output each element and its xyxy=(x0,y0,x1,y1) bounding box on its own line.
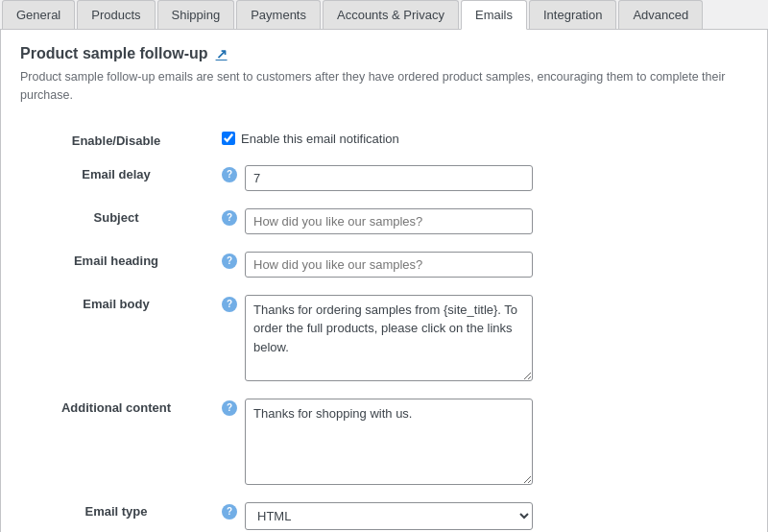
email-heading-help-icon[interactable]: ? xyxy=(222,254,237,269)
additional-content-field-row: ? Thanks for shopping with us. xyxy=(222,399,738,485)
settings-form: Enable/Disable Enable this email notific… xyxy=(20,122,748,533)
additional-content-textarea[interactable]: Thanks for shopping with us. xyxy=(245,399,533,485)
tab-integration[interactable]: Integration xyxy=(529,0,616,29)
subject-row: Subject ? xyxy=(20,199,748,242)
page-title-row: Product sample follow-up ↗ xyxy=(20,45,748,62)
enable-row: Enable/Disable Enable this email notific… xyxy=(20,122,748,156)
email-heading-input[interactable] xyxy=(245,252,533,278)
additional-content-row: Additional content ? Thanks for shopping… xyxy=(20,389,748,493)
enable-checkbox[interactable] xyxy=(222,132,235,145)
additional-content-help-icon[interactable]: ? xyxy=(222,400,237,416)
email-type-help-icon[interactable]: ? xyxy=(222,504,237,520)
main-content: Product sample follow-up ↗ Product sampl… xyxy=(0,30,768,532)
email-delay-help-icon[interactable]: ? xyxy=(222,167,237,182)
external-link[interactable]: ↗ xyxy=(216,46,228,61)
subject-label: Subject xyxy=(94,210,139,225)
email-delay-row: Email delay ? xyxy=(20,156,748,199)
email-type-select[interactable]: HTML Plain text Multipart xyxy=(245,502,533,530)
email-type-field-row: ? HTML Plain text Multipart xyxy=(222,502,738,530)
enable-label: Enable/Disable xyxy=(72,133,160,148)
tab-accounts-privacy[interactable]: Accounts & Privacy xyxy=(323,0,459,29)
email-heading-label: Email heading xyxy=(74,254,158,268)
tab-products[interactable]: Products xyxy=(77,0,155,29)
email-body-label: Email body xyxy=(83,297,149,311)
subject-help-icon[interactable]: ? xyxy=(222,210,237,226)
email-body-field-row: ? Thanks for ordering samples from {site… xyxy=(222,295,738,381)
tab-emails[interactable]: Emails xyxy=(461,0,527,30)
email-type-label: Email type xyxy=(84,504,147,519)
email-delay-field-row: ? xyxy=(222,165,738,191)
tab-advanced[interactable]: Advanced xyxy=(618,0,703,29)
subject-field-row: ? xyxy=(222,208,738,234)
email-type-row: Email type ? HTML Plain text Multipart xyxy=(20,493,748,533)
enable-checkbox-label: Enable this email notification xyxy=(241,132,399,146)
email-body-textarea[interactable]: Thanks for ordering samples from {site_t… xyxy=(245,295,533,381)
tab-general[interactable]: General xyxy=(2,0,75,29)
enable-checkbox-row: Enable this email notification xyxy=(222,132,738,146)
email-body-help-icon[interactable]: ? xyxy=(222,297,237,312)
email-heading-field-row: ? xyxy=(222,252,738,278)
page-title: Product sample follow-up xyxy=(20,45,208,62)
email-delay-label: Email delay xyxy=(82,167,151,181)
tabs-nav: General Products Shipping Payments Accou… xyxy=(0,0,768,30)
email-heading-row: Email heading ? xyxy=(20,242,748,285)
subject-input[interactable] xyxy=(245,208,533,234)
page-description: Product sample follow-up emails are sent… xyxy=(20,68,748,105)
additional-content-label: Additional content xyxy=(61,400,171,415)
tab-payments[interactable]: Payments xyxy=(236,0,321,29)
email-body-row: Email body ? Thanks for ordering samples… xyxy=(20,285,748,389)
email-delay-input[interactable] xyxy=(245,165,533,191)
tab-shipping[interactable]: Shipping xyxy=(157,0,235,29)
